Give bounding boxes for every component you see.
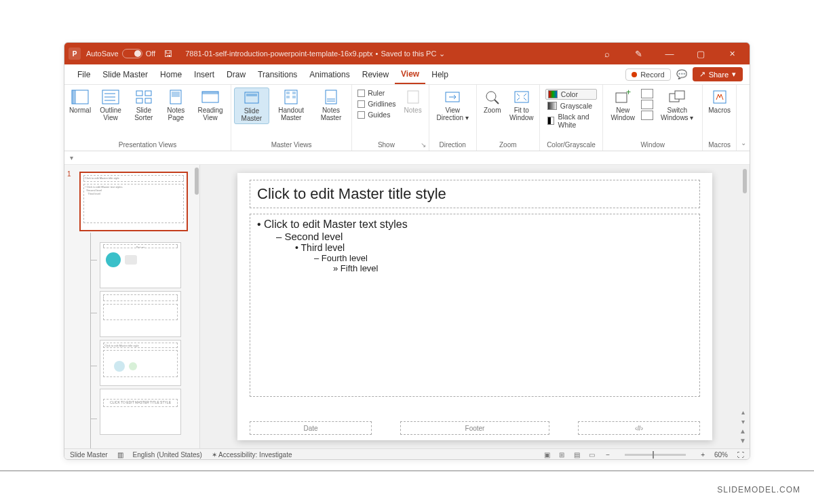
reading-view-icon[interactable]: ▤: [572, 451, 581, 459]
svg-rect-9: [145, 98, 151, 103]
grayscale-mode-button[interactable]: Grayscale: [545, 101, 597, 111]
titlebar: P AutoSave Off 🖫 7881-01-self-introducti…: [64, 43, 750, 64]
new-window-button[interactable]: +New Window: [606, 88, 640, 123]
minimize-icon[interactable]: —: [656, 45, 683, 62]
body-level-3: Third level: [295, 242, 693, 253]
layout-thumbnail[interactable]: Picture: [100, 242, 181, 288]
save-icon[interactable]: 🖫: [161, 45, 174, 62]
reading-view-button[interactable]: Reading View: [193, 88, 228, 123]
master-thumbnail[interactable]: Click to edit Master title style • Click…: [79, 172, 188, 231]
tab-help[interactable]: Help: [425, 64, 454, 84]
status-mode[interactable]: Slide Master: [70, 451, 108, 459]
zoom-out-button[interactable]: −: [606, 451, 610, 459]
tab-animations[interactable]: Animations: [303, 64, 355, 84]
layout-thumbnail[interactable]: Click to edit Master title style: [100, 340, 181, 386]
close-icon[interactable]: ✕: [718, 45, 745, 62]
language-status[interactable]: English (United States): [133, 451, 202, 459]
title-placeholder[interactable]: Click to edit Master title style: [250, 180, 700, 208]
tab-home[interactable]: Home: [154, 64, 188, 84]
record-button[interactable]: Record: [625, 69, 670, 81]
notes-status-icon[interactable]: ▥: [117, 451, 123, 459]
layout-thumbnail[interactable]: CLICK TO EDIT MASTER TITLE STYLE: [100, 389, 181, 435]
notes-button[interactable]: Notes: [400, 88, 426, 115]
prev-slide-icon[interactable]: ▴: [739, 408, 747, 416]
tab-draw[interactable]: Draw: [220, 64, 252, 84]
normal-view-icon[interactable]: ▣: [542, 451, 551, 459]
notes-page-button[interactable]: Notes Page: [161, 88, 191, 123]
zoom-level[interactable]: 60%: [714, 451, 728, 459]
next-slide-icon[interactable]: ▾: [739, 417, 747, 425]
thumbnail-panel[interactable]: 1 Click to edit Master title style • Cli…: [64, 165, 200, 448]
guides-checkbox[interactable]: Guides: [357, 111, 395, 119]
tab-file[interactable]: File: [71, 64, 96, 84]
search-icon[interactable]: ⌕: [594, 45, 621, 62]
separator: [0, 470, 814, 471]
document-title[interactable]: 7881-01-self-introduction-powerpoint-tem…: [185, 50, 445, 58]
pen-icon[interactable]: ✎: [625, 45, 652, 62]
switch-windows-button[interactable]: Switch Windows ▾: [655, 88, 699, 123]
split-view-icon[interactable]: ▲: [739, 427, 747, 435]
status-bar: Slide Master ▥ English (United States) ✶…: [64, 448, 750, 460]
chevron-down-icon: ▾: [732, 70, 736, 79]
tab-transitions[interactable]: Transitions: [252, 64, 303, 84]
menu-bar: File Slide Master Home Insert Draw Trans…: [64, 64, 750, 85]
arrange-all-icon[interactable]: [641, 89, 653, 98]
fit-to-window-icon[interactable]: ⛶: [737, 451, 744, 459]
checkbox-icon: [357, 90, 365, 97]
fit-to-window-button[interactable]: Fit to Window: [507, 88, 537, 123]
bw-mode-button[interactable]: Black and White: [545, 112, 597, 130]
notes-page-icon: [166, 89, 185, 105]
collapse-ribbon-icon[interactable]: ⌄: [737, 85, 750, 151]
tab-insert[interactable]: Insert: [188, 64, 220, 84]
slide-master-button[interactable]: Slide Master: [234, 88, 269, 124]
ribbon: Normal Outline View Slide Sorter Notes P…: [64, 85, 750, 151]
group-labelite: Macros: [703, 140, 736, 151]
comments-icon[interactable]: 💬: [676, 69, 687, 79]
svg-rect-20: [292, 96, 296, 98]
zoom-slider[interactable]: [625, 454, 686, 456]
slide-number-placeholder[interactable]: ‹#›: [578, 421, 700, 435]
zoom-button[interactable]: Zoom: [480, 88, 505, 115]
master-slide[interactable]: Click to edit Master title style Click t…: [237, 173, 712, 440]
view-direction-button[interactable]: View Direction ▾: [432, 88, 473, 123]
zoom-in-button[interactable]: +: [701, 451, 705, 459]
svg-rect-24: [408, 91, 419, 103]
cascade-icon[interactable]: [641, 100, 653, 109]
slideshow-view-icon[interactable]: ▭: [587, 451, 596, 459]
share-icon: ↗: [699, 70, 705, 79]
normal-view-button[interactable]: Normal: [67, 88, 93, 115]
svg-rect-1: [72, 90, 76, 104]
layout-thumbnail[interactable]: [100, 291, 181, 337]
app-icon: P: [69, 47, 81, 60]
body-placeholder[interactable]: Click to edit Master text styles Second …: [250, 214, 700, 397]
svg-rect-8: [136, 98, 142, 103]
handout-master-button[interactable]: Handout Master: [271, 88, 312, 123]
accessibility-status[interactable]: ✶ Accessibility: Investigate: [212, 451, 292, 459]
footer-placeholder[interactable]: Footer: [400, 421, 549, 435]
macros-button[interactable]: Macros: [705, 88, 733, 115]
qat-dropdown-icon[interactable]: ▾: [70, 154, 73, 161]
outline-view-button[interactable]: Outline View: [94, 88, 127, 123]
slide-canvas-area[interactable]: Click to edit Master title style Click t…: [200, 165, 750, 448]
tab-view[interactable]: View: [395, 64, 425, 84]
gridlines-checkbox[interactable]: Gridlines: [357, 100, 395, 108]
scrollbar-thumb[interactable]: [743, 169, 747, 193]
svg-rect-32: [675, 91, 684, 99]
share-button[interactable]: ↗ Share ▾: [693, 67, 743, 81]
svg-rect-6: [136, 91, 142, 96]
tab-review[interactable]: Review: [356, 64, 395, 84]
sorter-view-icon[interactable]: ⊞: [557, 451, 566, 459]
split-view-icon[interactable]: ▼: [739, 436, 747, 444]
slide-master-icon: [242, 90, 261, 106]
autosave-toggle[interactable]: AutoSave Off: [86, 49, 155, 58]
ruler-checkbox[interactable]: Ruler: [357, 89, 395, 97]
maximize-icon[interactable]: ▢: [687, 45, 714, 62]
tab-slide-master[interactable]: Slide Master: [96, 64, 154, 84]
body-level-4: Fourth level: [314, 253, 693, 263]
notes-master-button[interactable]: Notes Master: [313, 88, 349, 123]
color-mode-button[interactable]: Color: [545, 89, 597, 100]
slide-sorter-button[interactable]: Slide Sorter: [128, 88, 159, 123]
autosave-state: Off: [146, 50, 155, 58]
date-placeholder[interactable]: Date: [250, 421, 372, 435]
scrollbar-thumb[interactable]: [195, 168, 199, 195]
